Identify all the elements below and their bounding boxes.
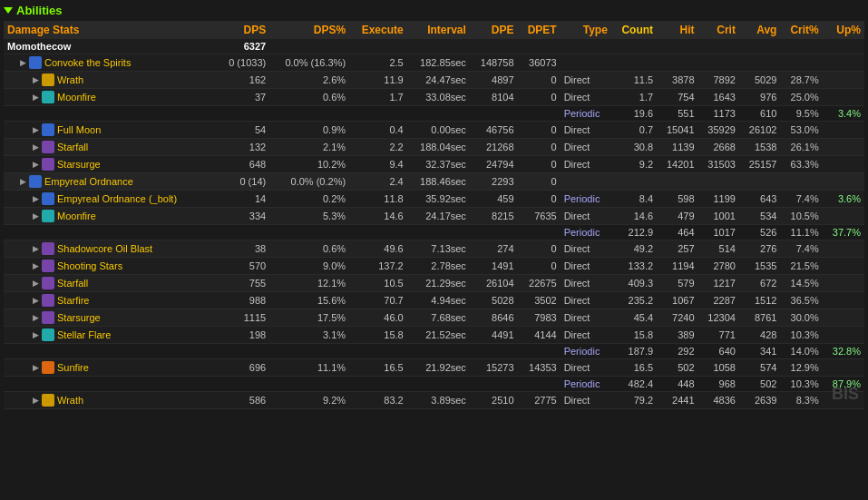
- cell-interval: 33.08sec: [407, 89, 470, 106]
- cell-dpe: 4897: [470, 72, 518, 89]
- cell-crit_pct: 25.0%: [780, 89, 822, 106]
- cell-count: [611, 173, 657, 191]
- cell-execute: 70.7: [349, 292, 407, 309]
- col-header-critpct: Crit%: [780, 21, 822, 39]
- spell-name-cell: ▶Full Moon: [4, 122, 218, 139]
- cell-hit: 579: [657, 275, 697, 292]
- cell-crit: 4836: [698, 392, 739, 409]
- table-row: ▶Empyreal Ordnance0 (14)0.0% (0.2%)2.418…: [4, 173, 864, 191]
- cell-dpet: [518, 344, 561, 359]
- spell-name-cell: ▶Shooting Stars: [4, 258, 218, 275]
- cell-crit: 968: [698, 377, 739, 392]
- expand-arrow[interactable]: ▶: [33, 330, 39, 339]
- expand-arrow[interactable]: ▶: [33, 160, 39, 169]
- table-row: ▶Moonfire3345.3%14.624.17sec82157635Dire…: [4, 208, 864, 225]
- spell-name-text: Shadowcore Oil Blast: [57, 243, 152, 254]
- cell-dps: 586: [218, 392, 270, 409]
- cell-dps_pct: [269, 106, 349, 122]
- spell-icon: [42, 311, 54, 324]
- cell-execute: 10.5: [349, 275, 407, 292]
- spell-name-cell: ▶Moonfire: [4, 89, 218, 106]
- cell-hit: 257: [657, 240, 697, 258]
- expand-arrow[interactable]: ▶: [33, 194, 39, 203]
- cell-interval: 188.46sec: [407, 173, 470, 191]
- cell-up_pct: [823, 258, 864, 275]
- spell-name-cell: ▶Starfall: [4, 275, 218, 292]
- cell-dpet: 3502: [518, 292, 561, 309]
- cell-up_pct: [823, 173, 864, 191]
- cell-hit: 7240: [657, 309, 697, 327]
- cell-dps_pct: [269, 344, 349, 359]
- cell-type: Direct: [561, 139, 611, 156]
- expand-arrow[interactable]: ▶: [33, 313, 39, 322]
- table-row: ▶Shadowcore Oil Blast380.6%49.67.13sec27…: [4, 240, 864, 258]
- cell-crit_pct: [780, 173, 822, 191]
- expand-arrow[interactable]: ▶: [33, 279, 39, 288]
- cell-count: 212.9: [611, 225, 657, 240]
- cell-type: Direct: [561, 258, 611, 275]
- cell-crit_pct: 10.5%: [780, 208, 822, 225]
- cell-hit: 464: [657, 225, 697, 240]
- cell-type: Direct: [561, 359, 611, 377]
- cell-avg: 1535: [739, 258, 780, 275]
- expand-arrow[interactable]: ▶: [33, 125, 39, 134]
- expand-arrow[interactable]: ▶: [33, 244, 39, 253]
- expand-arrow[interactable]: ▶: [20, 177, 26, 186]
- spell-name-cell: ▶Wrath: [4, 72, 218, 89]
- cell-dpet: 0: [518, 258, 561, 275]
- cell-hit: [657, 54, 697, 72]
- expand-arrow[interactable]: ▶: [33, 75, 39, 84]
- cell-dps_pct: 3.1%: [269, 327, 349, 344]
- cell-interval: [407, 377, 470, 392]
- cell-type: [561, 54, 611, 72]
- expand-arrow[interactable]: ▶: [33, 396, 39, 405]
- cell-execute: 83.2: [349, 392, 407, 409]
- expand-arrow[interactable]: ▶: [33, 363, 39, 372]
- player-dps: 6327: [244, 41, 266, 52]
- cell-crit_pct: 28.7%: [780, 72, 822, 89]
- cell-dpet: 0: [518, 122, 561, 139]
- spell-icon: [29, 175, 42, 188]
- cell-type: Direct: [561, 240, 611, 258]
- spell-name-cell: ▶Starfall: [4, 139, 218, 156]
- cell-up_pct: [823, 292, 864, 309]
- cell-dpet: 36073: [518, 54, 561, 72]
- expand-arrow[interactable]: ▶: [33, 261, 39, 270]
- spell-icon: [42, 74, 54, 86]
- table-header: Damage Stats DPS DPS% Execute Interval D…: [4, 21, 864, 39]
- cell-dpet: 0: [518, 89, 561, 106]
- cell-dps_pct: 12.1%: [269, 275, 349, 292]
- cell-dps_pct: 0.6%: [269, 89, 349, 106]
- collapse-icon[interactable]: [4, 7, 13, 14]
- cell-dpe: 8104: [470, 89, 518, 106]
- cell-avg: 8761: [739, 309, 780, 327]
- cell-type: Direct: [561, 309, 611, 327]
- expand-arrow[interactable]: ▶: [33, 93, 39, 102]
- cell-type: Direct: [561, 72, 611, 89]
- spell-name-cell: ▶Sunfire: [4, 359, 218, 377]
- cell-execute: 15.8: [349, 327, 407, 344]
- cell-execute: 11.9: [349, 72, 407, 89]
- table-row: ▶Wrath1622.6%11.924.47sec48970Direct11.5…: [4, 72, 864, 89]
- spell-name-cell: ▶Moonfire: [4, 208, 218, 225]
- cell-crit: 1643: [698, 89, 739, 106]
- cell-hit: 389: [657, 327, 697, 344]
- cell-dpe: 24794: [470, 156, 518, 173]
- cell-crit: 35929: [698, 122, 739, 139]
- cell-interval: 182.85sec: [407, 54, 470, 72]
- expand-arrow[interactable]: ▶: [33, 296, 39, 305]
- cell-dps: 162: [218, 72, 270, 89]
- spell-icon: [29, 56, 42, 69]
- cell-up_pct: 37.7%: [823, 225, 864, 240]
- cell-crit: 12304: [698, 309, 739, 327]
- cell-execute: [349, 377, 407, 392]
- expand-arrow[interactable]: ▶: [20, 58, 26, 67]
- cell-dps_pct: 5.3%: [269, 208, 349, 225]
- cell-dps: 570: [218, 258, 270, 275]
- expand-arrow[interactable]: ▶: [33, 142, 39, 152]
- cell-crit_pct: 26.1%: [780, 139, 822, 156]
- cell-dpet: 0: [518, 173, 561, 191]
- cell-dpe: 5028: [470, 292, 518, 309]
- cell-up_pct: 32.8%: [823, 344, 864, 359]
- expand-arrow[interactable]: ▶: [33, 211, 39, 221]
